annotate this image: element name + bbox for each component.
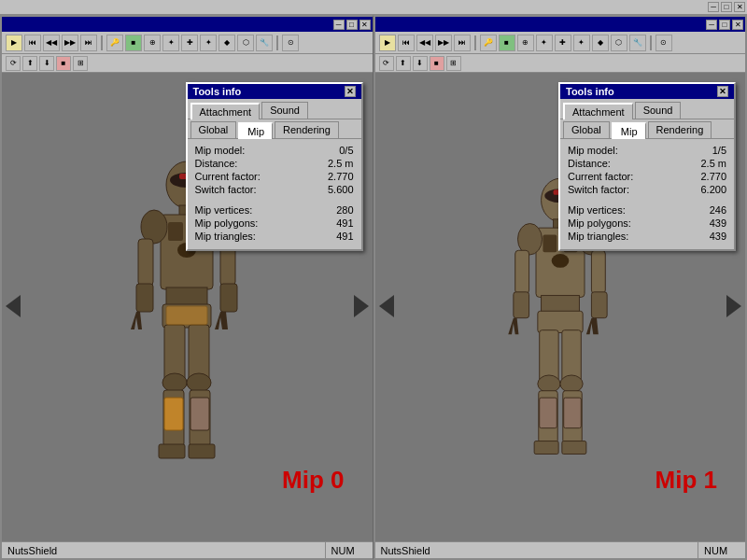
svg-rect-59 xyxy=(534,441,558,455)
maximize-button[interactable]: □ xyxy=(721,2,732,12)
left-subtab-global[interactable]: Global xyxy=(190,121,237,138)
svg-marker-1 xyxy=(354,295,369,317)
left-subtab-mip[interactable]: Mip xyxy=(238,122,273,139)
switch-factor-value: 5.600 xyxy=(307,184,354,195)
distance-value: 2.5 m xyxy=(307,158,354,169)
r-mip-polygons-value: 439 xyxy=(680,217,726,229)
close-button[interactable]: ✕ xyxy=(734,2,745,12)
tb-btn-8[interactable]: ⊕ xyxy=(144,35,161,51)
svg-marker-0 xyxy=(6,295,21,317)
svg-rect-20 xyxy=(164,325,185,381)
right-minimize-btn[interactable]: ─ xyxy=(706,20,717,30)
right-tools-info-title: Tools info ✕ xyxy=(560,84,734,99)
rtb2-btn-3[interactable]: ⬇ xyxy=(413,56,428,71)
svg-rect-44 xyxy=(514,292,529,318)
left-tab-attachment[interactable]: Attachment xyxy=(190,103,261,119)
tb-btn-3[interactable]: ◀◀ xyxy=(43,35,60,51)
rtb2-btn-2[interactable]: ⬆ xyxy=(396,56,411,71)
rtb2-btn-5[interactable]: ⊞ xyxy=(446,56,461,71)
left-minimize-btn[interactable]: ─ xyxy=(333,20,345,30)
r-mip-polygons-label: Mip polygons: xyxy=(568,217,631,229)
tb2-btn-2[interactable]: ⬆ xyxy=(22,56,37,71)
rtb2-btn-1[interactable]: ⟳ xyxy=(379,56,394,71)
svg-point-40 xyxy=(551,254,569,268)
left-tab-sound[interactable]: Sound xyxy=(261,102,308,119)
rtb-btn-12[interactable]: ◆ xyxy=(592,35,609,51)
svg-rect-26 xyxy=(164,398,183,430)
right-subtab-global[interactable]: Global xyxy=(563,121,610,138)
rtb-btn-5[interactable]: ⏭ xyxy=(454,35,471,51)
left-tools-info-close[interactable]: ✕ xyxy=(345,86,356,97)
right-toolbar: ▶ ⏮ ◀◀ ▶▶ ⏭ 🔑 ■ ⊕ ✦ ✚ ✦ ◆ ⬡ 🔧 ⊙ xyxy=(375,32,746,54)
r-current-factor-value: 2.770 xyxy=(680,171,726,182)
mip-vertices-label: Mip vertices: xyxy=(195,204,253,216)
rtb-btn-4[interactable]: ▶▶ xyxy=(435,35,452,51)
left-maximize-btn[interactable]: □ xyxy=(346,20,358,30)
tb2-btn-3[interactable]: ⬇ xyxy=(39,56,54,71)
minimize-button[interactable]: ─ xyxy=(708,2,719,12)
right-arrow-left xyxy=(379,295,394,319)
mip-polygons-value: 491 xyxy=(307,217,354,229)
left-mip-label: Mip 0 xyxy=(282,466,344,495)
tb2-btn-5[interactable]: ⊞ xyxy=(73,56,88,71)
svg-point-22 xyxy=(162,373,187,392)
rtb-btn-1[interactable]: ▶ xyxy=(379,35,396,51)
right-tabs-row: Attachment Sound xyxy=(560,99,734,119)
svg-rect-18 xyxy=(166,287,207,306)
svg-rect-13 xyxy=(136,284,153,312)
svg-rect-57 xyxy=(539,398,557,428)
left-status-bar: NutsShield NUM xyxy=(2,541,373,558)
tb-btn-1[interactable]: ▶ xyxy=(6,35,22,51)
rtb2-btn-4[interactable]: ■ xyxy=(430,56,444,71)
svg-rect-50 xyxy=(538,311,583,332)
left-title-bar: ─ □ ✕ xyxy=(2,17,373,32)
right-tab-attachment[interactable]: Attachment xyxy=(563,103,633,119)
tb-btn-9[interactable]: ✦ xyxy=(162,35,179,51)
rtb-btn-7[interactable]: ■ xyxy=(499,35,515,51)
right-tab-sound[interactable]: Sound xyxy=(635,102,682,119)
tb-btn-11[interactable]: ✦ xyxy=(200,35,217,51)
tb-btn-12[interactable]: ◆ xyxy=(218,35,235,51)
rtb-btn-6[interactable]: 🔑 xyxy=(480,35,497,51)
left-status-num: NUM xyxy=(326,545,373,556)
svg-marker-32 xyxy=(726,295,741,317)
rtb-btn-3[interactable]: ◀◀ xyxy=(416,35,433,51)
svg-rect-21 xyxy=(189,325,209,381)
right-subtab-rendering[interactable]: Rendering xyxy=(648,121,712,138)
left-close-btn[interactable]: ✕ xyxy=(359,20,371,30)
mip-triangles-label: Mip triangles: xyxy=(195,231,256,242)
rtb-btn-8[interactable]: ⊕ xyxy=(517,35,534,51)
right-close-btn[interactable]: ✕ xyxy=(732,20,743,30)
tb-btn-15[interactable]: ⊙ xyxy=(282,35,299,51)
tb-btn-5[interactable]: ⏭ xyxy=(80,35,97,51)
rtb-btn-13[interactable]: ⬡ xyxy=(611,35,627,51)
left-subtab-rendering[interactable]: Rendering xyxy=(275,121,339,138)
right-maximize-btn[interactable]: □ xyxy=(719,20,730,30)
right-toolbar-sep-1 xyxy=(474,35,476,50)
svg-rect-43 xyxy=(514,250,529,293)
tb-btn-2[interactable]: ⏮ xyxy=(24,35,41,51)
rtb-btn-9[interactable]: ✦ xyxy=(536,35,553,51)
svg-point-54 xyxy=(560,375,583,393)
tb-btn-7[interactable]: ■ xyxy=(125,35,142,51)
rtb-btn-10[interactable]: ✚ xyxy=(555,35,571,51)
tb-btn-14[interactable]: 🔧 xyxy=(256,35,273,51)
rtb-btn-15[interactable]: ⊙ xyxy=(655,35,672,51)
tb-btn-10[interactable]: ✚ xyxy=(181,35,198,51)
svg-marker-16 xyxy=(131,312,142,329)
left-subtabs-row: Global Mip Rendering xyxy=(188,119,361,139)
tb-btn-13[interactable]: ⬡ xyxy=(237,35,254,51)
rtb-btn-14[interactable]: 🔧 xyxy=(629,35,646,51)
tb2-btn-4[interactable]: ■ xyxy=(56,56,71,71)
svg-rect-29 xyxy=(189,444,215,458)
tb-btn-6[interactable]: 🔑 xyxy=(106,35,123,51)
tb-btn-4[interactable]: ▶▶ xyxy=(62,35,78,51)
tb2-btn-1[interactable]: ⟳ xyxy=(6,56,21,71)
rtb-btn-2[interactable]: ⏮ xyxy=(398,35,415,51)
rtb-btn-11[interactable]: ✦ xyxy=(573,35,590,51)
svg-rect-38 xyxy=(543,235,557,253)
right-tools-info-close[interactable]: ✕ xyxy=(717,86,728,97)
svg-point-53 xyxy=(538,375,560,393)
right-subtab-mip[interactable]: Mip xyxy=(612,122,646,139)
right-window: ─ □ ✕ ▶ ⏮ ◀◀ ▶▶ ⏭ 🔑 ■ ⊕ ✦ ✚ ✦ ◆ ⬡ 🔧 xyxy=(374,15,748,560)
